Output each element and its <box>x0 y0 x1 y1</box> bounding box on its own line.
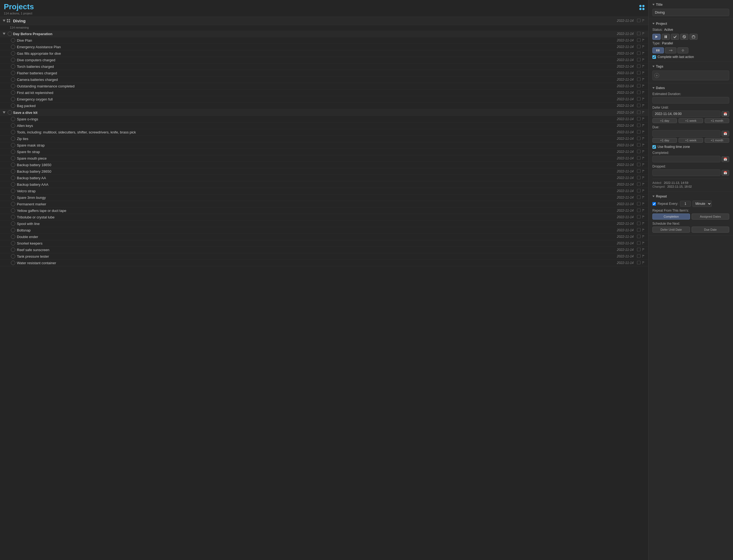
task-check-btn[interactable] <box>11 169 15 174</box>
project-note-icon[interactable] <box>637 19 641 23</box>
type-settings-btn[interactable] <box>677 47 688 53</box>
task-check-btn[interactable] <box>11 261 15 265</box>
task-note-icon[interactable] <box>637 104 641 108</box>
task-note-icon[interactable] <box>637 176 641 180</box>
use-floating-timezone-checkbox[interactable] <box>652 145 656 149</box>
task-note-icon[interactable] <box>637 51 641 56</box>
task-check-btn[interactable] <box>11 202 15 206</box>
task-row[interactable]: Velcro strap 2022-11-14 <box>0 188 648 194</box>
task-row[interactable]: Torch batteries charged 2022-11-14 <box>0 63 648 70</box>
task-row[interactable]: Permanent marker 2022-11-14 <box>0 201 648 208</box>
task-check-btn[interactable] <box>11 241 15 245</box>
group-flag-icon[interactable] <box>642 32 646 36</box>
status-pause-btn[interactable] <box>662 34 670 40</box>
project-collapse-triangle[interactable] <box>3 20 5 22</box>
defer-plus-month-btn[interactable]: +1 month <box>705 118 729 123</box>
task-flag-icon[interactable] <box>642 130 646 135</box>
task-row[interactable]: Water resistant container 2022-11-14 <box>0 260 648 266</box>
task-row[interactable]: Emergency Assistance Plan 2022-11-14 <box>0 44 648 50</box>
task-row[interactable]: Double ender 2022-11-14 <box>0 234 648 240</box>
task-check-btn[interactable] <box>11 104 15 108</box>
task-note-icon[interactable] <box>637 163 641 167</box>
task-row[interactable]: Backup battery AA 2022-11-14 <box>0 175 648 181</box>
task-row[interactable]: Yellow gaffers tape or duct tape 2022-11… <box>0 208 648 214</box>
task-row[interactable]: Dive Plan 2022-11-14 <box>0 37 648 44</box>
task-check-btn[interactable] <box>11 117 15 121</box>
task-row[interactable]: Spool with line 2022-11-14 <box>0 221 648 227</box>
repeat-unit-select[interactable]: Minute Hour Day Week Month Year <box>692 200 712 207</box>
task-check-btn[interactable] <box>11 235 15 239</box>
task-flag-icon[interactable] <box>642 261 646 265</box>
task-flag-icon[interactable] <box>642 123 646 128</box>
task-note-icon[interactable] <box>637 84 641 89</box>
task-row[interactable]: Backup battery AAA 2022-11-14 <box>0 181 648 188</box>
dropped-input[interactable] <box>652 169 720 176</box>
task-note-icon[interactable] <box>637 195 641 200</box>
task-row[interactable]: Outstanding maintenance completed 2022-1… <box>0 83 648 90</box>
due-plus-week-btn[interactable]: +1 week <box>679 138 703 143</box>
group-collapse-triangle[interactable] <box>3 33 5 35</box>
due-plus-month-btn[interactable]: +1 month <box>705 138 729 143</box>
task-row[interactable]: Spare fin strap 2022-11-14 <box>0 149 648 155</box>
task-flag-icon[interactable] <box>642 208 646 213</box>
task-note-icon[interactable] <box>637 77 641 82</box>
task-row[interactable]: Reef safe sunscreen 2022-11-14 <box>0 247 648 253</box>
defer-until-cal-btn[interactable]: 📅 <box>722 111 729 117</box>
task-flag-icon[interactable] <box>642 189 646 193</box>
task-note-icon[interactable] <box>637 143 641 148</box>
task-row[interactable]: Snorkel keepers 2022-11-14 <box>0 240 648 247</box>
task-flag-icon[interactable] <box>642 156 646 161</box>
task-note-icon[interactable] <box>637 71 641 75</box>
task-check-btn[interactable] <box>11 208 15 213</box>
task-flag-icon[interactable] <box>642 195 646 200</box>
task-check-btn[interactable] <box>11 130 15 134</box>
task-row[interactable]: Emergency oxygen full 2022-11-14 <box>0 96 648 103</box>
task-check-btn[interactable] <box>11 150 15 154</box>
task-row[interactable]: Camera batteries charged 2022-11-14 <box>0 77 648 83</box>
task-flag-icon[interactable] <box>642 90 646 95</box>
task-note-icon[interactable] <box>637 169 641 174</box>
task-flag-icon[interactable] <box>642 51 646 56</box>
due-date-btn[interactable]: Due Date <box>692 227 729 233</box>
task-row[interactable]: Zip ties 2022-11-14 <box>0 136 648 142</box>
task-flag-icon[interactable] <box>642 235 646 239</box>
task-flag-icon[interactable] <box>642 71 646 75</box>
task-flag-icon[interactable] <box>642 221 646 226</box>
task-row[interactable]: First aid kit replenished 2022-11-14 <box>0 90 648 96</box>
project-flag-icon[interactable] <box>642 19 646 23</box>
defer-plus-week-btn[interactable]: +1 week <box>679 118 703 123</box>
task-note-icon[interactable] <box>637 215 641 220</box>
task-check-btn[interactable] <box>11 189 15 193</box>
dropped-cal-btn[interactable]: 📅 <box>722 170 729 176</box>
type-sequential-btn[interactable] <box>665 47 676 53</box>
task-check-btn[interactable] <box>11 64 15 69</box>
task-row[interactable]: Bag packed 2022-11-14 <box>0 103 648 109</box>
task-flag-icon[interactable] <box>642 254 646 259</box>
task-row[interactable]: Backup battery 18650 2022-11-14 <box>0 162 648 168</box>
status-drop-btn[interactable] <box>680 34 688 40</box>
status-archive-btn[interactable] <box>689 34 698 40</box>
task-note-icon[interactable] <box>637 150 641 154</box>
task-flag-icon[interactable] <box>642 163 646 167</box>
defer-until-date-btn[interactable]: Defer Until Date <box>652 227 690 233</box>
task-check-btn[interactable] <box>11 195 15 200</box>
task-flag-icon[interactable] <box>642 38 646 43</box>
task-row[interactable]: Spare o-rings 2022-11-14 <box>0 116 648 123</box>
task-flag-icon[interactable] <box>642 228 646 233</box>
repeat-value-input[interactable] <box>680 201 691 207</box>
group-note-icon[interactable] <box>637 32 641 36</box>
task-flag-icon[interactable] <box>642 241 646 246</box>
task-note-icon[interactable] <box>637 117 641 121</box>
task-note-icon[interactable] <box>637 130 641 135</box>
repeat-enabled-checkbox[interactable] <box>652 202 656 206</box>
task-row[interactable]: Tank pressure tester 2022-11-14 <box>0 253 648 260</box>
group-collapse-triangle[interactable] <box>3 111 5 114</box>
task-flag-icon[interactable] <box>642 182 646 187</box>
task-check-btn[interactable] <box>11 123 15 128</box>
due-cal-btn[interactable]: 📅 <box>722 131 729 136</box>
task-check-btn[interactable] <box>11 136 15 141</box>
task-note-icon[interactable] <box>637 254 641 259</box>
task-check-btn[interactable] <box>11 84 15 88</box>
task-note-icon[interactable] <box>637 235 641 239</box>
task-flag-icon[interactable] <box>642 176 646 180</box>
